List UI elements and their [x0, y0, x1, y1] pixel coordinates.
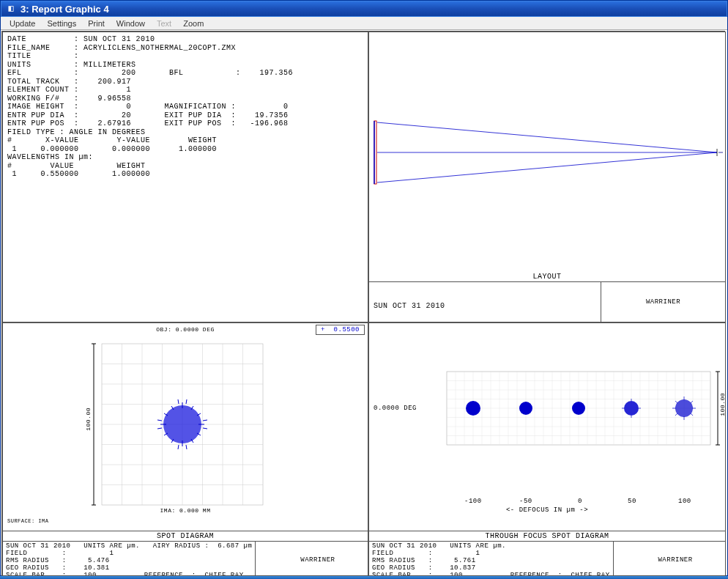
svg-line-101: [675, 413, 677, 416]
tfspot-plot: [369, 323, 725, 514]
layout-date: SUN OCT 31 2010: [374, 302, 596, 311]
spot-title: SPOT DIAGRAM: [3, 531, 368, 542]
app-icon: ◧: [6, 4, 16, 14]
spot-yscale: 100.00: [85, 407, 92, 431]
tfspot-xt4: 100: [678, 498, 691, 505]
app-window: ◧ 3: Report Graphic 4 Update Settings Pr…: [0, 0, 728, 576]
spot-footer: SPOT DIAGRAM SUN OCT 31 2010 UNITS ARE µ…: [3, 531, 368, 576]
svg-line-39: [203, 420, 207, 421]
tfspot-xlabel: <- DEFOCUS IN µm ->: [369, 506, 725, 514]
svg-point-87: [519, 402, 532, 415]
menu-text: Text: [151, 18, 177, 29]
tfspot-xt2: 0: [578, 498, 582, 505]
menu-window[interactable]: Window: [111, 18, 151, 29]
svg-line-44: [178, 445, 179, 449]
svg-point-88: [572, 402, 585, 415]
svg-line-100: [691, 401, 693, 403]
svg-point-89: [624, 401, 639, 416]
svg-line-42: [178, 399, 179, 404]
spot-ima-label: IMA: 0.000 MM: [3, 507, 368, 514]
svg-line-41: [203, 428, 207, 429]
tfspot-footer-text: SUN OCT 31 2010 UNITS ARE µm. FIELD : 1 …: [369, 542, 613, 575]
layout-name: WARRINER: [601, 298, 725, 306]
spot-surface-label: SURFACE: IMA: [7, 518, 48, 524]
svg-point-25: [163, 405, 201, 443]
svg-line-99: [675, 401, 677, 403]
menubar: Update Settings Print Window Text Zoom: [1, 17, 727, 30]
spot-footer-text: SUN OCT 31 2010 UNITS ARE µm. AIRY RADIU…: [3, 542, 255, 575]
spot-box-name: WARRINER: [256, 557, 368, 564]
layout-footer: SUN OCT 31 2010 TOTAL AXIAL LENGTH: 200.…: [369, 281, 725, 322]
svg-line-45: [186, 445, 187, 449]
layout-label: LAYOUT: [369, 273, 725, 281]
menu-update[interactable]: Update: [4, 18, 41, 29]
svg-line-40: [157, 428, 162, 429]
report-text: DATE : SUN OCT 31 2010 FILE_NAME : ACRYL…: [3, 32, 368, 182]
svg-point-86: [466, 401, 480, 416]
taskbar[interactable]: [0, 576, 728, 579]
titlebar[interactable]: ◧ 3: Report Graphic 4: [1, 1, 727, 17]
spot-plot: [3, 323, 368, 528]
pane-text-report: DATE : SUN OCT 31 2010 FILE_NAME : ACRYL…: [2, 32, 368, 322]
svg-line-43: [186, 399, 187, 404]
svg-point-94: [675, 399, 693, 417]
tfspot-yscale: 100.00: [719, 393, 726, 416]
spot-legend: + 0.5500: [316, 325, 365, 335]
svg-line-2: [377, 122, 717, 152]
spot-obj-label: OBJ: 0.0000 DEG: [3, 326, 368, 333]
pane-layout: LAYOUT SUN OCT 31 2010 TOTAL AXIAL LENGT…: [368, 32, 726, 322]
tfspot-field-label: 0.0000 DEG: [374, 405, 417, 412]
tfspot-footer: THROUGH FOCUS SPOT DIAGRAM SUN OCT 31 20…: [369, 531, 725, 576]
tfspot-xt0: -100: [464, 498, 482, 505]
window-title: 3: Report Graphic 4: [21, 4, 109, 15]
svg-line-102: [691, 413, 693, 416]
layout-footer-right: WARRINER OPTI517 HW9 ACRYLICLENS_NOTHERM…: [601, 282, 725, 322]
tfspot-title: THROUGH FOCUS SPOT DIAGRAM: [369, 531, 725, 542]
pane-spot: OBJ: 0.0000 DEG + 0.5500: [2, 322, 368, 576]
tfspot-xt1: -50: [519, 498, 532, 505]
svg-line-4: [377, 152, 717, 182]
pane-tfspot: 0.0000 DEG 100.00 -100 -50 0 50 100 <- D…: [368, 322, 726, 576]
svg-line-38: [157, 420, 162, 421]
layout-plot: [371, 34, 723, 272]
menu-zoom[interactable]: Zoom: [177, 18, 209, 29]
layout-footer-left: SUN OCT 31 2010 TOTAL AXIAL LENGTH: 200.…: [369, 282, 601, 322]
report-grid: DATE : SUN OCT 31 2010 FILE_NAME : ACRYL…: [1, 31, 725, 577]
tfspot-xt3: 50: [628, 498, 636, 505]
tfspot-box-name: WARRINER: [614, 557, 726, 564]
menu-print[interactable]: Print: [82, 18, 111, 29]
menu-settings[interactable]: Settings: [41, 18, 82, 29]
